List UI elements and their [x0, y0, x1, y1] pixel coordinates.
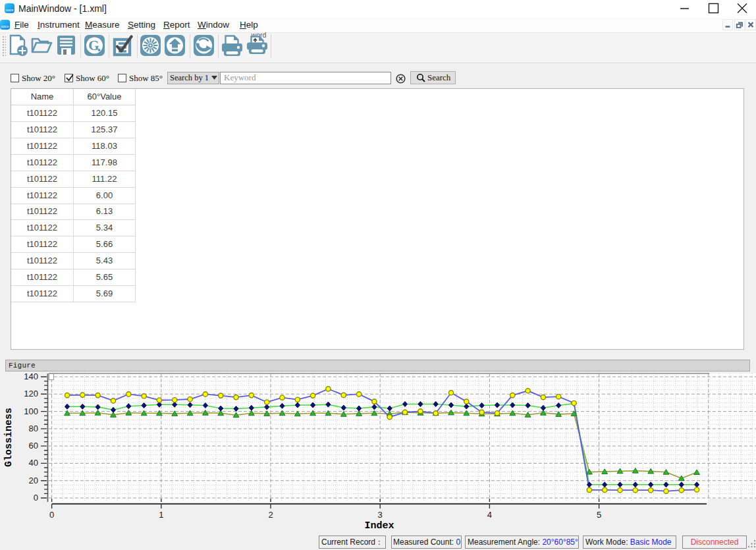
svg-text:0: 0: [49, 510, 54, 520]
svg-text:5: 5: [597, 510, 601, 520]
svg-text:2: 2: [268, 510, 273, 520]
svg-text:80: 80: [29, 424, 38, 433]
svg-text:Glossiness: Glossiness: [3, 408, 14, 467]
svg-text:4: 4: [487, 510, 492, 520]
svg-text:3: 3: [378, 510, 383, 520]
svg-text:G: G: [88, 38, 99, 53]
svg-text:uocs: uocs: [6, 8, 14, 12]
svg-text:100: 100: [24, 406, 38, 416]
svg-text:20: 20: [29, 476, 38, 485]
svg-text:120: 120: [24, 389, 38, 399]
svg-text:1: 1: [159, 510, 163, 520]
svg-text:140: 140: [24, 371, 38, 381]
svg-text:60: 60: [29, 441, 38, 451]
svg-text:0: 0: [34, 493, 38, 503]
svg-text:Index: Index: [364, 520, 394, 532]
svg-text:40: 40: [29, 458, 38, 468]
